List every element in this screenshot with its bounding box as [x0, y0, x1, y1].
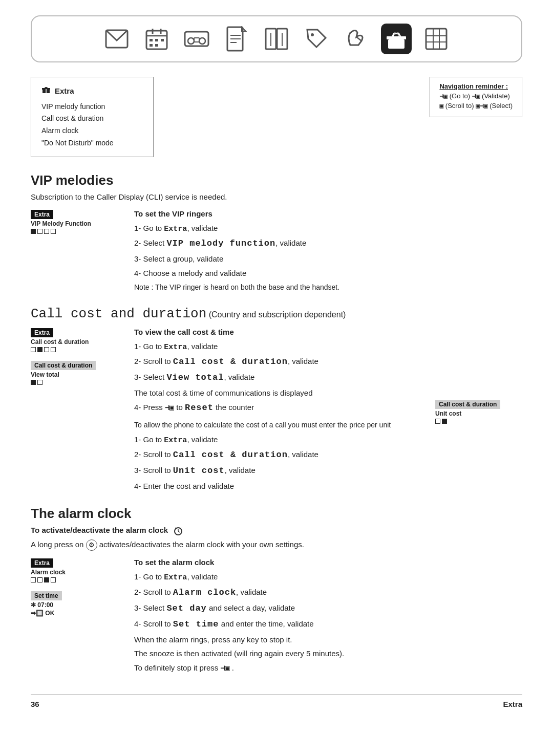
- alarm-steps-list: 1- Go to Extra, validate 2- Scroll to Al…: [134, 570, 522, 675]
- vip-step-3: 3- Select a group, validate: [134, 252, 522, 266]
- alarm-button-icon: ⚙: [86, 539, 97, 551]
- envelope-icon: [101, 24, 132, 54]
- vip-step-2: 2- Select VIP melody function, validate: [134, 236, 522, 251]
- vip-screen-dots: [31, 229, 118, 234]
- dot-1: [31, 229, 36, 234]
- vip-step-4: 4- Choose a melody and validate: [134, 267, 522, 280]
- icon-bar: [31, 15, 522, 62]
- call-cost-screen2: Call cost & duration View total: [31, 360, 118, 386]
- vip-melodies-content: Extra VIP Melody Function To set the VIP…: [31, 209, 522, 295]
- vip-melodies-title: VIP melodies: [31, 172, 522, 188]
- svg-rect-9: [155, 44, 158, 47]
- svg-rect-5: [150, 39, 153, 41]
- alarm-screen2: Set time ✻ 07:00 ➡🔲 OK: [31, 591, 118, 617]
- vip-note: Note : The VIP ringer is heard on both t…: [134, 282, 522, 294]
- cc-screen1-label2: Call cost & duration: [31, 338, 118, 346]
- cc-unit-screen-label: Call cost & duration: [435, 400, 500, 409]
- call-cost-unit-screen-col: Call cost & duration Unit cost: [435, 399, 522, 430]
- nav-reminder-title: Navigation reminder :: [439, 82, 513, 90]
- cc-screen1-label1: Extra: [31, 328, 53, 337]
- hand-icon: [341, 24, 372, 54]
- svg-rect-6: [155, 39, 158, 41]
- alarm-screen2-action: ➡🔲 OK: [31, 609, 118, 617]
- alarm-section: The alarm clock To activate/deactivate t…: [31, 506, 522, 676]
- gift-icon: [381, 24, 412, 54]
- vip-step-title: To set the VIP ringers: [134, 209, 522, 218]
- alarm-step-1: 1- Go to Extra, validate: [134, 570, 522, 585]
- extra-item-1: VIP melody function: [41, 101, 143, 113]
- footer: 36 Extra: [31, 694, 522, 708]
- ud1: [435, 419, 440, 424]
- calendar-icon: [141, 24, 172, 54]
- cc-note: To allow the phone to calculate the cost…: [134, 421, 419, 429]
- alarm-title: The alarm clock: [31, 506, 522, 522]
- alarm-text-col: To set the alarm clock 1- Go to Extra, v…: [134, 558, 522, 676]
- vip-screen-label2: VIP Melody Function: [31, 220, 118, 228]
- cc-screen2-sub: View total: [31, 371, 118, 379]
- cc-screen2-dots: [31, 380, 118, 385]
- nav-arrow-4: ▣⊣▣: [476, 102, 487, 110]
- alarm-step-3: 3- Select Set day and select a day, vali…: [134, 601, 522, 616]
- tag-icon: [301, 24, 332, 54]
- grid-icon: [421, 24, 452, 54]
- alarm-activate-row: To activate/deactivate the alarm clock A…: [31, 526, 522, 551]
- alarm-step-2: 2- Scroll to Alarm clock, validate: [134, 586, 522, 600]
- call-cost-screen-col: Extra Call cost & duration Call cost & d…: [31, 328, 118, 391]
- nav-arrow-3: ▣: [439, 102, 443, 110]
- dot-3: [44, 229, 49, 234]
- alarm-set-row: Extra Alarm clock Set time ✻ 07:00 ➡🔲 OK: [31, 558, 522, 676]
- alarm-screen2-label: Set time: [31, 591, 62, 600]
- top-info-row: Extra VIP melody function Call cost & du…: [31, 77, 522, 157]
- d4: [51, 347, 56, 352]
- ds2: [37, 380, 42, 385]
- cc-step-1: 1- Go to Extra, validate: [134, 340, 419, 354]
- svg-point-37: [45, 87, 48, 89]
- ds1: [31, 380, 36, 385]
- svg-rect-14: [194, 38, 199, 42]
- footer-label: Extra: [503, 700, 522, 708]
- extra-item-2: Call cost & duration: [41, 113, 143, 125]
- cc-step-3: 3- Select View total, validate: [134, 371, 419, 385]
- dot-4: [51, 229, 56, 234]
- cc-unit-step-1: 1- Go to Extra, validate: [134, 433, 419, 447]
- extra-info-box: Extra VIP melody function Call cost & du…: [31, 77, 154, 157]
- nav-goto-row: ⊣▣ (Go to) ⊣▣ (Validate): [439, 92, 513, 100]
- alarm-screen-col: Extra Alarm clock Set time ✻ 07:00 ➡🔲 OK: [31, 558, 118, 622]
- vip-step-1: 1- Go to Extra, validate: [134, 222, 522, 236]
- svg-point-11: [188, 38, 194, 44]
- cc-step-5: 4- Press ⊣▣ to Reset the counter: [134, 401, 419, 416]
- vip-screen-block: Extra VIP Melody Function: [31, 209, 118, 235]
- alarm-screen1-dots: [31, 577, 118, 582]
- svg-point-23: [311, 33, 314, 36]
- book-icon: [261, 24, 292, 54]
- cc-screen1-dots: [31, 347, 118, 352]
- document-icon: [221, 24, 252, 54]
- cc-step-4: The total cost & time of communications …: [134, 386, 419, 400]
- ad1: [31, 577, 36, 582]
- cc-step-title: To view the call cost & time: [134, 328, 419, 336]
- page: Extra VIP melody function Call cost & du…: [0, 0, 553, 756]
- call-cost-screen1: Extra Call cost & duration: [31, 328, 118, 353]
- alarm-icon: [173, 526, 183, 535]
- svg-point-12: [199, 38, 205, 44]
- svg-line-40: [178, 531, 180, 532]
- cc-unit-dots: [435, 419, 522, 424]
- alarm-activate-text: A long press on ⚙ activates/deactivates …: [31, 539, 522, 551]
- ud2: [442, 419, 447, 424]
- call-cost-text-col: To view the call cost & time 1- Go to Ex…: [134, 328, 419, 493]
- svg-rect-8: [150, 44, 153, 47]
- alarm-activate-title: To activate/deactivate the alarm clock: [31, 526, 522, 536]
- alarm-screen1-label1: Extra: [31, 558, 53, 568]
- nav-scroll-row: ▣ (Scroll to) ▣⊣▣ (Select): [439, 102, 513, 110]
- nav-arrow-1: ⊣▣: [439, 92, 448, 100]
- cc-unit-screen: Call cost & duration Unit cost: [435, 399, 522, 425]
- nav-reminder-box: Navigation reminder : ⊣▣ (Go to) ⊣▣ (Val…: [430, 77, 522, 117]
- svg-line-24: [356, 37, 361, 41]
- cc-steps-list: 1- Go to Extra, validate 2- Scroll to Ca…: [134, 340, 419, 416]
- alarm-screen1-label2: Alarm clock: [31, 568, 118, 576]
- cc-unit-step-2: 2- Scroll to Call cost & duration, valid…: [134, 448, 419, 463]
- vip-screen-label1: Extra: [31, 210, 53, 219]
- svg-rect-7: [161, 39, 164, 41]
- alarm-set-title: To set the alarm clock: [134, 558, 522, 567]
- dot-2: [37, 229, 42, 234]
